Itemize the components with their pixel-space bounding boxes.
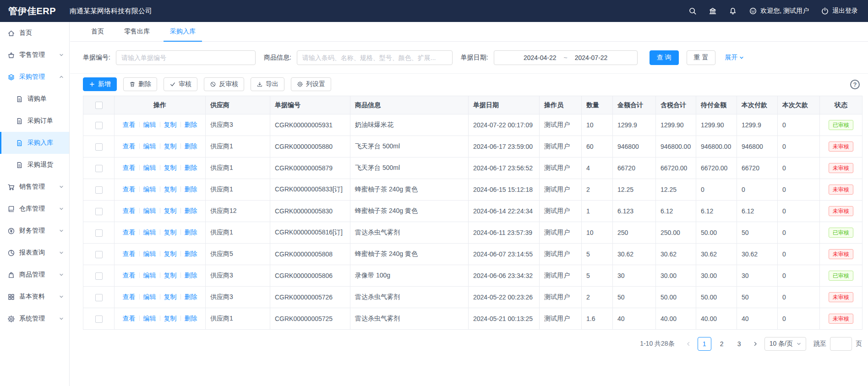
expand-filters-link[interactable]: 展开 (725, 54, 744, 62)
row-action-edit[interactable]: 编辑 (143, 315, 156, 322)
sidebar: 首页 零售管理 采购管理 请购单 采购订单 采购入库 采购退货 销售管理 (0, 22, 70, 386)
row-action-edit[interactable]: 编辑 (143, 228, 156, 236)
sidebar-item-basic-data[interactable]: 基本资料 (0, 286, 69, 308)
row-action-edit[interactable]: 编辑 (143, 142, 156, 150)
row-action-edit[interactable]: 编辑 (143, 272, 156, 279)
sidebar-item-purchase-return[interactable]: 采购退货 (0, 154, 69, 176)
row-action-copy[interactable]: 复制 (164, 293, 177, 300)
row-action-copy[interactable]: 复制 (164, 185, 177, 193)
bank-icon[interactable] (709, 7, 717, 15)
row-action-view[interactable]: 查看 (123, 315, 136, 322)
logout-button[interactable]: 退出登录 (821, 7, 858, 15)
page-button-3[interactable]: 3 (732, 337, 746, 351)
sidebar-item-purchase-inbound[interactable]: 采购入库 (0, 132, 69, 154)
row-action-delete[interactable]: 删除 (185, 121, 197, 128)
row-action-edit[interactable]: 编辑 (143, 164, 156, 171)
export-button[interactable]: 导出 (251, 77, 284, 91)
search-button[interactable]: 查 询 (650, 50, 679, 65)
pie-chart-icon (7, 249, 15, 257)
row-action-delete[interactable]: 删除 (185, 207, 197, 214)
row-action-view[interactable]: 查看 (123, 164, 136, 171)
notification-bell-icon[interactable] (729, 7, 737, 15)
search-icon[interactable] (688, 7, 697, 15)
chevron-left-icon (686, 341, 691, 347)
row-checkbox[interactable] (95, 272, 103, 280)
row-action-copy[interactable]: 复制 (164, 121, 177, 128)
delete-button[interactable]: 删除 (123, 77, 157, 91)
row-action-copy[interactable]: 复制 (164, 272, 177, 279)
sidebar-item-sales[interactable]: 销售管理 (0, 176, 69, 198)
row-action-view[interactable]: 查看 (123, 207, 136, 214)
row-action-delete[interactable]: 删除 (185, 272, 197, 279)
row-action-edit[interactable]: 编辑 (143, 185, 156, 193)
row-action-delete[interactable]: 删除 (185, 293, 197, 300)
row-action-edit[interactable]: 编辑 (143, 121, 156, 128)
row-action-edit[interactable]: 编辑 (143, 250, 156, 257)
page-button-1[interactable]: 1 (698, 337, 711, 351)
user-menu[interactable]: 欢迎您, 测试用户 (749, 7, 809, 15)
row-action-copy[interactable]: 复制 (164, 250, 177, 257)
sidebar-item-reports[interactable]: 报表查询 (0, 242, 69, 264)
sidebar-item-purchase-order[interactable]: 采购订单 (0, 110, 69, 132)
prev-page-button[interactable] (683, 337, 694, 351)
row-checkbox[interactable] (95, 251, 103, 258)
sidebar-item-warehouse[interactable]: 仓库管理 (0, 198, 69, 220)
row-checkbox[interactable] (95, 208, 103, 215)
row-checkbox[interactable] (95, 186, 103, 194)
book-icon (7, 205, 15, 213)
row-action-delete[interactable]: 删除 (185, 228, 197, 236)
reset-button[interactable]: 重 置 (687, 50, 716, 65)
row-checkbox[interactable] (95, 229, 103, 237)
row-action-view[interactable]: 查看 (123, 121, 136, 128)
row-action-copy[interactable]: 复制 (164, 228, 177, 236)
sidebar-item-retail[interactable]: 零售管理 (0, 44, 69, 66)
tab-home[interactable]: 首页 (85, 22, 110, 41)
row-action-edit[interactable]: 编辑 (143, 293, 156, 300)
page-size-select[interactable]: 10 条/页 (764, 337, 806, 351)
date-start-value[interactable]: 2024-04-22 (524, 54, 557, 61)
row-checkbox[interactable] (95, 315, 103, 323)
jump-page-input[interactable] (830, 337, 852, 351)
row-action-copy[interactable]: 复制 (164, 207, 177, 214)
row-action-view[interactable]: 查看 (123, 272, 136, 279)
row-action-copy[interactable]: 复制 (164, 142, 177, 150)
row-action-view[interactable]: 查看 (123, 228, 136, 236)
row-checkbox[interactable] (95, 143, 103, 151)
unaudit-button[interactable]: 反审核 (204, 77, 244, 91)
audit-button[interactable]: 审核 (164, 77, 197, 91)
sidebar-item-finance[interactable]: 财务管理 (0, 220, 69, 242)
select-all-checkbox[interactable] (95, 102, 103, 109)
row-action-delete[interactable]: 删除 (185, 164, 197, 171)
row-action-delete[interactable]: 删除 (185, 315, 197, 322)
row-action-copy[interactable]: 复制 (164, 164, 177, 171)
page-button-2[interactable]: 2 (715, 337, 729, 351)
product-info-input[interactable] (297, 50, 453, 65)
date-range-picker[interactable]: 2024-04-22 ~ 2024-07-22 (494, 50, 638, 65)
row-action-view[interactable]: 查看 (123, 293, 136, 300)
row-action-delete[interactable]: 删除 (185, 250, 197, 257)
row-action-edit[interactable]: 编辑 (143, 207, 156, 214)
sidebar-item-purchase-request[interactable]: 请购单 (0, 88, 69, 110)
row-action-view[interactable]: 查看 (123, 185, 136, 193)
tab-retail-outbound[interactable]: 零售出库 (118, 22, 156, 41)
row-checkbox[interactable] (95, 294, 103, 301)
cell-operator: 测试用户 (540, 136, 582, 158)
row-action-copy[interactable]: 复制 (164, 315, 177, 322)
date-end-value[interactable]: 2024-07-22 (575, 54, 608, 61)
row-action-view[interactable]: 查看 (123, 250, 136, 257)
sidebar-item-purchase[interactable]: 采购管理 (0, 66, 69, 88)
column-settings-button[interactable]: 列设置 (291, 77, 331, 91)
bill-no-input[interactable] (116, 50, 256, 65)
row-checkbox[interactable] (95, 165, 103, 172)
help-icon[interactable]: ? (850, 80, 860, 89)
sidebar-item-home[interactable]: 首页 (0, 22, 69, 44)
tab-purchase-inbound[interactable]: 采购入库 (164, 22, 202, 41)
row-action-delete[interactable]: 删除 (185, 142, 197, 150)
next-page-button[interactable] (750, 337, 761, 351)
row-checkbox[interactable] (95, 122, 103, 129)
row-action-view[interactable]: 查看 (123, 142, 136, 150)
row-action-delete[interactable]: 删除 (185, 185, 197, 193)
add-button[interactable]: 新增 (83, 77, 117, 91)
sidebar-item-system[interactable]: 系统管理 (0, 308, 69, 330)
sidebar-item-goods[interactable]: 商品管理 (0, 264, 69, 286)
